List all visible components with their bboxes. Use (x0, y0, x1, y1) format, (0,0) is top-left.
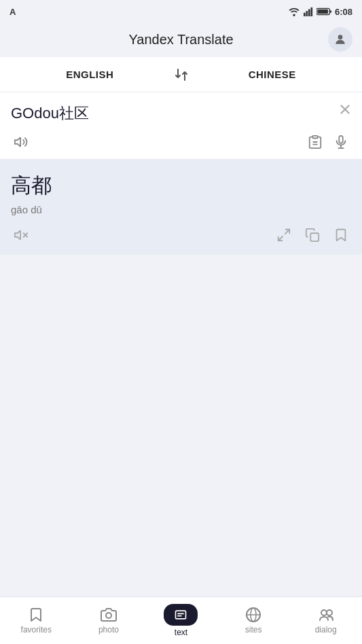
svg-point-30 (321, 610, 327, 615)
source-language-button[interactable]: ENGLISH (11, 63, 169, 86)
dialog-nav-icon (318, 607, 334, 623)
svg-line-21 (278, 236, 283, 240)
result-action-bar (11, 225, 351, 245)
result-action-right-group (274, 225, 351, 245)
sites-label: sites (245, 625, 262, 634)
result-copy-button[interactable] (302, 225, 323, 245)
svg-line-20 (285, 230, 289, 234)
svg-rect-2 (308, 10, 310, 17)
svg-point-31 (327, 610, 332, 615)
result-pinyin: gāo dū (11, 204, 351, 215)
input-action-right-group (305, 132, 351, 152)
status-right-group: 6:08 (288, 7, 352, 17)
user-avatar[interactable] (328, 27, 352, 52)
status-app-icon: A (10, 7, 16, 17)
bottom-navigation: favorites photo text (0, 596, 362, 644)
signal-icon (304, 7, 313, 16)
nav-photo[interactable]: photo (73, 597, 145, 644)
input-action-bar (11, 132, 351, 152)
nav-text[interactable]: text (145, 597, 217, 644)
wifi-icon (288, 7, 300, 16)
svg-point-23 (106, 613, 111, 618)
result-main-text: 高都 (11, 172, 351, 200)
clipboard-button[interactable] (305, 132, 325, 152)
globe-nav-icon (245, 607, 261, 623)
result-mute-button[interactable] (11, 225, 31, 245)
svg-rect-0 (304, 13, 306, 16)
text-nav-icon (164, 604, 198, 626)
nav-dialog[interactable]: dialog (289, 597, 362, 644)
favorites-label: favorites (21, 625, 52, 634)
main-content (0, 255, 362, 596)
svg-rect-22 (310, 233, 319, 241)
battery-icon (316, 7, 331, 16)
input-text[interactable]: GOdou社区 (11, 103, 324, 125)
svg-rect-3 (310, 7, 312, 16)
result-action-left-group (11, 225, 31, 245)
svg-marker-10 (15, 138, 20, 147)
svg-rect-24 (176, 611, 186, 619)
result-expand-button[interactable] (274, 225, 294, 245)
language-selector: ENGLISH CHINESE (0, 57, 362, 92)
time-display: 6:08 (335, 7, 352, 17)
svg-rect-14 (339, 136, 343, 143)
nav-sites[interactable]: sites (217, 597, 290, 644)
clear-button[interactable] (338, 102, 352, 117)
svg-point-7 (338, 35, 343, 39)
svg-rect-5 (330, 10, 331, 13)
input-action-left-group (11, 132, 31, 152)
app-header: Yandex Translate (0, 22, 362, 57)
svg-rect-1 (306, 11, 308, 16)
result-area: 高都 gāo dū (0, 160, 362, 255)
svg-rect-11 (312, 136, 317, 139)
svg-marker-17 (15, 231, 20, 240)
input-area: GOdou社区 (0, 92, 362, 160)
nav-favorites[interactable]: favorites (0, 597, 73, 644)
svg-rect-6 (317, 10, 328, 14)
status-bar: A 6:08 (0, 0, 362, 22)
app-title: Yandex Translate (128, 32, 233, 48)
speaker-button[interactable] (11, 132, 31, 152)
camera-nav-icon (101, 607, 117, 623)
result-bookmark-button[interactable] (331, 225, 351, 245)
target-language-button[interactable]: CHINESE (194, 63, 352, 86)
bookmark-nav-icon (28, 607, 44, 623)
photo-label: photo (98, 625, 119, 634)
dialog-label: dialog (315, 625, 337, 634)
mic-button[interactable] (331, 132, 351, 152)
language-switch-button[interactable] (169, 62, 194, 87)
text-label: text (175, 628, 187, 637)
